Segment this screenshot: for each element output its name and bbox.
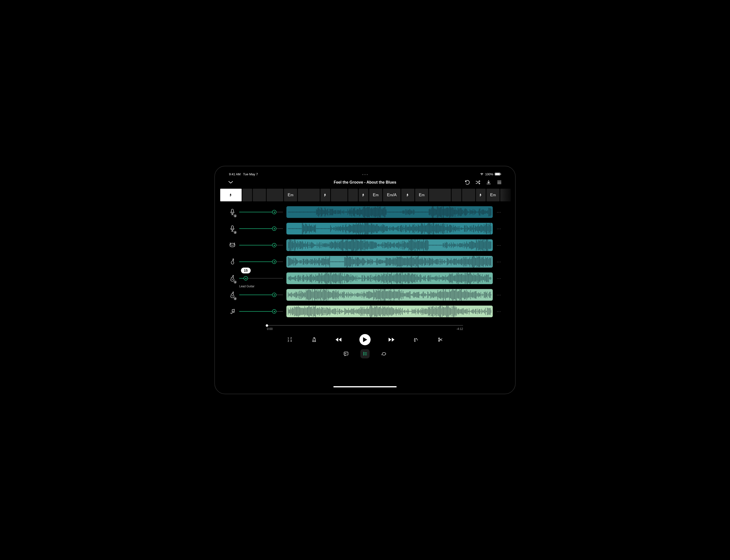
- volume-slider[interactable]: 15: [239, 276, 283, 281]
- progress-bar[interactable]: [267, 325, 463, 326]
- waveform-clip[interactable]: [287, 239, 493, 251]
- chord-spacer[interactable]: [462, 189, 475, 201]
- play-button[interactable]: [360, 334, 370, 345]
- chord-cell[interactable]: Em: [369, 189, 382, 201]
- chord-spacer[interactable]: [253, 189, 266, 201]
- track-more-button[interactable]: ⋯: [496, 226, 502, 231]
- loop-view-button[interactable]: [379, 349, 388, 358]
- battery-percent: 100%: [485, 172, 493, 176]
- track-more-button[interactable]: ⋯: [496, 276, 502, 281]
- svg-point-8: [232, 279, 233, 280]
- lyrics-view-button[interactable]: [342, 349, 351, 358]
- chord-spacer[interactable]: [451, 189, 461, 201]
- drums-icon[interactable]: [229, 240, 236, 250]
- volume-slider[interactable]: [239, 292, 283, 297]
- time-elapsed: 0:00: [267, 327, 273, 331]
- volume-tooltip: 15: [241, 268, 251, 273]
- wifi-icon: [480, 173, 484, 176]
- waveform-clip[interactable]: [287, 256, 493, 268]
- waveform-clip[interactable]: [287, 272, 493, 284]
- mic-icon[interactable]: 1: [229, 207, 236, 217]
- home-indicator[interactable]: [334, 386, 396, 387]
- volume-slider[interactable]: [239, 243, 283, 248]
- trim-button[interactable]: [437, 336, 443, 343]
- track-more-button[interactable]: ⋯: [496, 259, 502, 264]
- menu-button[interactable]: [497, 180, 502, 185]
- chord-cell[interactable]: Em: [284, 189, 297, 201]
- volume-slider[interactable]: [239, 210, 283, 215]
- rest-cell[interactable]: [401, 189, 414, 201]
- svg-rect-1: [495, 173, 500, 175]
- chord-spacer[interactable]: [242, 189, 252, 201]
- countin-button[interactable]: 1 23 4: [287, 336, 293, 343]
- bass-icon[interactable]: [229, 257, 236, 267]
- metronome-button[interactable]: [311, 336, 318, 343]
- status-date: Tue May 7: [243, 172, 258, 176]
- track-more-button[interactable]: ⋯: [496, 292, 502, 298]
- waveform-clip[interactable]: [287, 206, 493, 218]
- rest-cell[interactable]: [359, 189, 368, 201]
- rest-cell[interactable]: [476, 189, 486, 201]
- track-row: 2⋯: [229, 220, 502, 237]
- track-row: 2⋯: [229, 287, 502, 303]
- volume-slider[interactable]: [239, 309, 283, 314]
- track-more-button[interactable]: ⋯: [496, 243, 502, 248]
- download-button[interactable]: [486, 180, 491, 185]
- chord-spacer[interactable]: [429, 189, 451, 201]
- collapse-button[interactable]: [228, 180, 233, 185]
- forward-button[interactable]: [388, 336, 395, 343]
- volume-slider[interactable]: [239, 226, 283, 231]
- mic-icon[interactable]: 2: [229, 224, 236, 233]
- chord-spacer[interactable]: [267, 189, 283, 201]
- guitar-icon[interactable]: 2: [229, 290, 236, 300]
- svg-rect-3: [232, 209, 233, 213]
- track-row: ⋯: [229, 303, 502, 320]
- rewind-button[interactable]: [335, 336, 342, 343]
- svg-rect-2: [500, 174, 501, 175]
- chord-cell[interactable]: Em: [486, 189, 499, 201]
- chord-spacer[interactable]: [331, 189, 348, 201]
- chord-spacer[interactable]: [348, 189, 358, 201]
- multitask-dots[interactable]: [362, 174, 368, 175]
- status-time: 9:41 AM: [229, 172, 241, 176]
- song-title: Feel the Groove - About the Blues: [334, 180, 396, 185]
- svg-rect-4: [232, 226, 233, 229]
- undo-button[interactable]: [464, 180, 470, 185]
- shuffle-button[interactable]: [475, 180, 480, 185]
- tracks-panel: 1⋯2⋯⋯⋯115Lead Guitar⋯2⋯⋯: [219, 204, 511, 321]
- transpose-button[interactable]: [412, 336, 419, 343]
- chord-cell[interactable]: Em/A: [383, 189, 400, 201]
- chord-strip[interactable]: EmEmEm/AEmEm: [219, 189, 511, 201]
- waveform-clip[interactable]: [287, 306, 493, 317]
- track-badge: 2: [234, 231, 237, 234]
- svg-point-7: [233, 260, 234, 260]
- mixer-view-button[interactable]: [361, 349, 369, 358]
- chord-spacer[interactable]: [298, 189, 320, 201]
- svg-point-9: [232, 296, 233, 296]
- chord-cell[interactable]: Em: [415, 189, 428, 201]
- keys-icon[interactable]: [229, 307, 236, 316]
- track-more-button[interactable]: ⋯: [496, 309, 502, 314]
- track-row: 115Lead Guitar⋯: [229, 270, 502, 287]
- waveform-clip[interactable]: [287, 289, 493, 301]
- track-row: 1⋯: [229, 204, 502, 220]
- waveform-clip[interactable]: [287, 223, 493, 234]
- track-badge: 2: [234, 297, 237, 300]
- guitar-icon[interactable]: 1: [229, 273, 236, 283]
- track-badge: 1: [234, 214, 237, 217]
- transport-bar: 0:00 -4:12 1 23 4: [219, 321, 511, 359]
- battery-icon: [495, 173, 501, 176]
- time-remaining: -4:12: [456, 327, 463, 331]
- svg-point-6: [233, 259, 234, 260]
- track-more-button[interactable]: ⋯: [496, 209, 502, 215]
- rest-cell[interactable]: [321, 189, 330, 201]
- device-frame: 9:41 AM Tue May 7 100% Feel the Groove -…: [214, 166, 516, 394]
- rest-cell[interactable]: [220, 189, 242, 201]
- chord-spacer[interactable]: [500, 189, 511, 201]
- track-badge: 1: [234, 280, 237, 284]
- track-row: ⋯: [229, 253, 502, 270]
- status-bar: 9:41 AM Tue May 7 100%: [219, 171, 511, 177]
- screen: 9:41 AM Tue May 7 100% Feel the Groove -…: [219, 171, 511, 389]
- volume-slider[interactable]: [239, 259, 283, 264]
- progress-handle[interactable]: [266, 324, 268, 327]
